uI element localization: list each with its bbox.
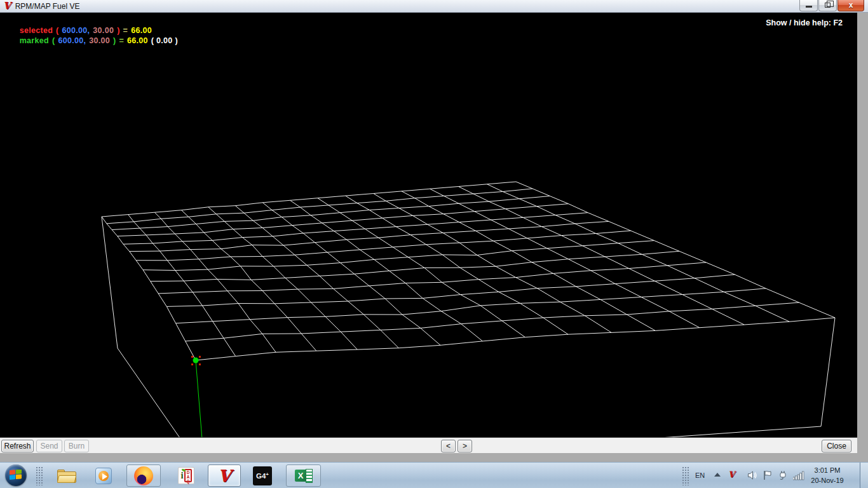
window-frame-bottom bbox=[0, 453, 868, 462]
show-desktop-button[interactable] bbox=[860, 463, 868, 488]
g4plus-icon: G4+ bbox=[253, 466, 272, 485]
maximize-button[interactable] bbox=[818, 0, 837, 11]
bottom-toolbar: Refresh Send Burn < > Close bbox=[0, 437, 857, 453]
taskbar-excel[interactable]: X bbox=[286, 464, 321, 487]
restore-icon bbox=[825, 3, 831, 8]
prev-table-button[interactable]: < bbox=[441, 440, 456, 452]
minimize-icon bbox=[806, 6, 812, 8]
power-plug-icon bbox=[778, 470, 789, 480]
wireframe-mesh bbox=[102, 182, 835, 360]
close-button[interactable]: Close bbox=[822, 440, 851, 452]
signal-bars-icon bbox=[793, 470, 804, 480]
next-table-button[interactable]: > bbox=[458, 440, 472, 452]
taskbar-grip[interactable] bbox=[36, 466, 43, 485]
taskbar-clock[interactable]: 3:01 PM 20-Nov-19 bbox=[804, 465, 850, 485]
paren: ) bbox=[113, 36, 116, 45]
refresh-button[interactable]: Refresh bbox=[1, 440, 34, 452]
desktop: V RPM/MAP Fuel VE x selected(600.00,30.0… bbox=[0, 0, 868, 488]
marked-readout: marked(600.00,30.00)=66.00( 0.00 ) bbox=[5, 27, 181, 54]
window-frame-right bbox=[857, 13, 868, 453]
bounding-box-edges bbox=[102, 217, 835, 437]
close-icon: x bbox=[838, 1, 864, 10]
app-icon: V bbox=[3, 1, 11, 11]
minimize-button[interactable] bbox=[799, 0, 818, 11]
taskbar: i DAQ V G4+ X EN V bbox=[0, 462, 868, 488]
marked-value: 66.00 bbox=[127, 36, 148, 45]
taskbar-media-player[interactable] bbox=[93, 464, 114, 487]
action-center-tray-icon[interactable] bbox=[763, 470, 773, 483]
marked-delta: ( 0.00 ) bbox=[151, 36, 178, 45]
volume-tray-icon[interactable] bbox=[747, 470, 757, 483]
taskbar-vems-active[interactable]: V bbox=[208, 464, 241, 487]
windows-logo-icon bbox=[10, 470, 22, 481]
marked-label: marked bbox=[20, 36, 49, 45]
network-tray-icon[interactable] bbox=[793, 470, 804, 483]
vems-tray-icon[interactable]: V bbox=[728, 470, 735, 479]
window-title: RPM/MAP Fuel VE bbox=[15, 2, 80, 11]
power-tray-icon[interactable] bbox=[778, 470, 789, 483]
taskbar-firefox[interactable] bbox=[126, 464, 161, 487]
paren: ( bbox=[52, 36, 55, 45]
marked-rpm: 600.00, bbox=[58, 36, 86, 45]
folder-icon bbox=[57, 469, 76, 483]
start-button[interactable] bbox=[5, 464, 27, 486]
language-indicator[interactable]: EN bbox=[695, 471, 705, 479]
taskbar-g4plus[interactable]: G4+ bbox=[252, 464, 273, 487]
selected-cell-marker bbox=[191, 356, 205, 437]
ve-surface-plot[interactable] bbox=[0, 13, 857, 437]
show-hidden-icons-button[interactable] bbox=[714, 473, 721, 477]
help-hint: Show / hide help: F2 bbox=[766, 18, 843, 27]
clock-date: 20-Nov-19 bbox=[804, 475, 850, 485]
window-titlebar: V RPM/MAP Fuel VE x bbox=[0, 0, 868, 13]
marked-map: 30.00 bbox=[89, 36, 110, 45]
tray-grip[interactable] bbox=[682, 466, 689, 485]
flag-icon bbox=[763, 470, 773, 480]
send-button[interactable]: Send bbox=[36, 440, 62, 452]
burn-button[interactable]: Burn bbox=[64, 440, 89, 452]
idaq-icon: i DAQ bbox=[178, 467, 194, 484]
ve-3d-view[interactable]: selected(600.00,30.00)=66.00 marked(600.… bbox=[0, 13, 857, 437]
speaker-icon bbox=[747, 470, 757, 480]
close-window-button[interactable]: x bbox=[837, 0, 864, 11]
firefox-icon bbox=[134, 466, 153, 485]
media-player-icon bbox=[95, 468, 112, 484]
taskbar-idaq[interactable]: i DAQ bbox=[176, 464, 196, 487]
excel-icon: X bbox=[295, 469, 313, 483]
chevron-up-icon bbox=[714, 473, 721, 477]
equals: = bbox=[119, 36, 124, 45]
taskbar-file-explorer[interactable] bbox=[56, 464, 78, 487]
vems-icon: V bbox=[218, 468, 231, 484]
clock-time: 3:01 PM bbox=[804, 465, 850, 475]
